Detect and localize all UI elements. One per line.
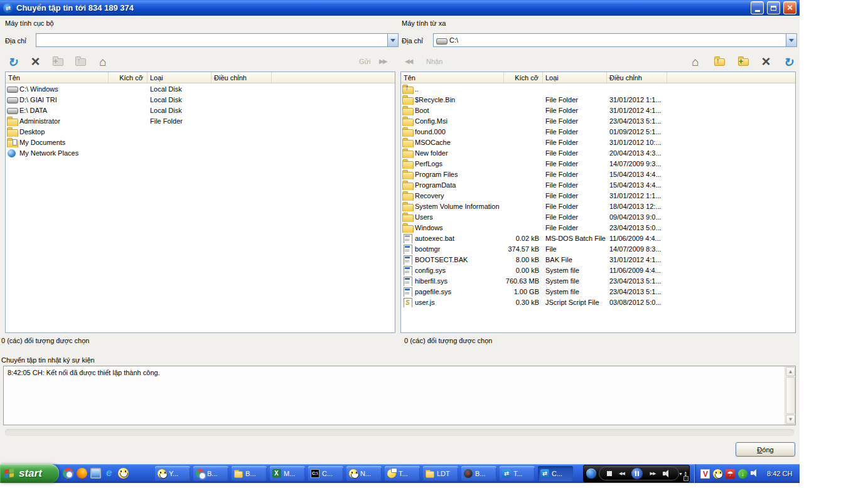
remote-delete-button[interactable] (758, 55, 773, 70)
taskbar-task-button[interactable]: T... (385, 466, 420, 481)
next-icon[interactable] (650, 471, 656, 476)
remote-address-dropdown-button[interactable] (786, 34, 796, 46)
file-row[interactable]: bootmgr 374.57 kB File 14/07/2009 8:3... (401, 243, 795, 254)
file-row[interactable]: E:\ DATA Local Disk (6, 105, 395, 115)
local-file-list: Tên Kích cỡ Loại Điều chỉnh C:\ Windows … (5, 72, 395, 333)
column-header-name[interactable]: Tên (6, 72, 109, 83)
batch-icon (402, 233, 413, 243)
local-address-dropdown-button[interactable] (387, 34, 398, 46)
file-row[interactable]: System Volume Information File Folder 18… (401, 201, 795, 211)
chrome-icon[interactable] (63, 468, 73, 479)
local-parent-folder-button[interactable] (73, 55, 88, 70)
maximize-button[interactable] (767, 1, 780, 14)
avira-icon[interactable] (726, 469, 735, 479)
file-row[interactable]: MSOCache File Folder 31/01/2012 10:... (401, 137, 795, 147)
previous-icon[interactable] (619, 471, 624, 476)
file-row[interactable]: Administrator File Folder (6, 115, 395, 126)
local-status-text: 0 (các) đối tượng được chọn (1, 337, 89, 344)
local-delete-button[interactable] (28, 55, 43, 70)
taskbar-task-button[interactable]: Y... (155, 466, 190, 481)
receive-button[interactable]: Nhận (426, 58, 442, 65)
column-header-name[interactable]: Tên (401, 72, 504, 83)
dialog-close-button[interactable]: Đóng (736, 442, 795, 457)
file-row[interactable]: Config.Msi File Folder 23/04/2013 5:1... (401, 115, 795, 126)
taskbar-task-button[interactable]: T... (500, 466, 535, 481)
start-button[interactable]: start (0, 464, 59, 483)
idm-icon[interactable] (738, 469, 747, 479)
file-row[interactable]: config.sys 0.00 kB System file 11/06/200… (401, 265, 795, 275)
taskbar-task-button[interactable]: N... (346, 466, 382, 481)
file-row[interactable]: PerfLogs File Folder 14/07/2009 9:3... (401, 158, 795, 169)
taskbar-clock[interactable]: 8:42 CH (767, 470, 792, 477)
file-row[interactable]: autoexec.bat 0.02 kB MS-DOS Batch File 1… (401, 233, 795, 243)
remote-address-combobox[interactable]: C:\ (433, 33, 797, 47)
file-row[interactable]: Recovery File Folder 31/01/2012 1:1... (401, 190, 795, 201)
file-row[interactable]: pagefile.sys 1.00 GB System file 23/04/2… (401, 286, 795, 297)
remote-list-header: Tên Kích cỡ Loại Điều chỉnh (401, 72, 795, 83)
file-row[interactable]: ProgramData File Folder 15/04/2013 4:4..… (401, 179, 795, 190)
scroll-down-icon[interactable]: ▼ (786, 415, 795, 424)
pause-icon[interactable] (631, 468, 643, 479)
column-header-modified[interactable]: Điều chỉnh (212, 72, 272, 83)
file-row[interactable]: My Documents (6, 137, 395, 147)
minimize-button[interactable] (751, 1, 764, 14)
messenger-icon[interactable] (713, 469, 722, 479)
file-row[interactable]: Program Files File Folder 15/04/2013 4:4… (401, 169, 795, 179)
file-row[interactable]: BOOTSECT.BAK 8.00 kB BAK File 31/01/2012… (401, 254, 795, 265)
file-row[interactable]: Users File Folder 09/04/2013 9:0... (401, 211, 795, 222)
file-row[interactable]: D:\ GIAI TRI Local Disk (6, 94, 395, 105)
column-header-type[interactable]: Loại (543, 72, 607, 83)
volume-icon[interactable] (663, 470, 672, 477)
volume-caret-icon[interactable]: ▾ (679, 471, 682, 477)
scroll-up-icon[interactable]: ▲ (786, 367, 795, 376)
file-row[interactable]: ↑ .. (401, 83, 795, 94)
file-row[interactable]: C:\ Windows Local Disk (6, 83, 395, 94)
volume-icon[interactable] (751, 469, 760, 479)
messenger-icon[interactable] (118, 468, 129, 479)
column-header-size[interactable]: Kích cỡ (504, 72, 543, 83)
file-row[interactable]: $Recycle.Bin File Folder 31/01/2012 1:1.… (401, 94, 795, 105)
remote-status-text: 0 (các) đối tượng được chọn (404, 337, 492, 344)
column-header-type[interactable]: Loại (147, 72, 212, 83)
remote-parent-folder-button[interactable] (712, 55, 727, 70)
ie-icon[interactable] (104, 468, 115, 479)
taskbar-task-button[interactable]: B... (232, 466, 267, 481)
stop-icon[interactable] (607, 471, 612, 476)
wmp-logo-icon[interactable] (586, 469, 596, 479)
log-scrollbar[interactable]: ▲ ▼ (785, 366, 795, 425)
taskbar-task-button[interactable]: M... (270, 466, 305, 481)
remote-home-button[interactable] (688, 55, 703, 70)
remote-refresh-button[interactable] (781, 55, 796, 70)
taskbar-task-button[interactable]: C... (308, 466, 343, 481)
column-header-modified[interactable]: Điều chỉnh (607, 72, 667, 83)
file-row[interactable]: Desktop (6, 126, 395, 137)
taskbar-task-button[interactable]: LDT (423, 466, 458, 481)
remote-panel-label: Máy tính từ xa (402, 19, 446, 27)
local-refresh-button[interactable] (5, 55, 20, 70)
firefox-icon[interactable] (77, 468, 87, 479)
file-row[interactable]: hiberfil.sys 760.63 MB System file 23/04… (401, 275, 795, 286)
computer-icon[interactable] (90, 468, 101, 479)
file-row[interactable]: New folder File Folder 20/04/2013 4:3... (401, 147, 795, 158)
file-row[interactable]: S user.js 0.30 kB JScript Script File 03… (401, 297, 795, 307)
file-row[interactable]: Boot File Folder 31/01/2012 4:1... (401, 105, 795, 115)
vietkey-icon[interactable] (700, 469, 710, 479)
scrollbar-thumb[interactable] (786, 377, 795, 414)
close-button[interactable]: × (783, 1, 796, 14)
column-header-size[interactable]: Kích cỡ (109, 72, 147, 83)
taskbar-task-button[interactable]: C... (538, 466, 573, 481)
local-home-button[interactable] (95, 55, 110, 70)
send-button[interactable]: Gửi (359, 58, 370, 65)
taskbar-task-button[interactable]: B... (461, 466, 496, 481)
media-restore-icon[interactable] (683, 476, 689, 481)
remote-address-label: Địa chỉ (402, 37, 423, 45)
remote-file-list: Tên Kích cỡ Loại Điều chỉnh ↑ .. $Recycl… (400, 72, 796, 333)
file-row[interactable]: found.000 File Folder 01/09/2012 5:1... (401, 126, 795, 137)
file-row[interactable]: My Network Places (6, 147, 395, 158)
taskbar-task-button[interactable]: B... (193, 466, 228, 481)
local-new-folder-button[interactable] (50, 55, 65, 70)
local-address-combobox[interactable] (36, 33, 399, 47)
remote-new-folder-button[interactable] (736, 55, 751, 70)
sysfile-icon (402, 244, 413, 254)
file-row[interactable]: Windows File Folder 23/04/2013 5:0... (401, 222, 795, 233)
